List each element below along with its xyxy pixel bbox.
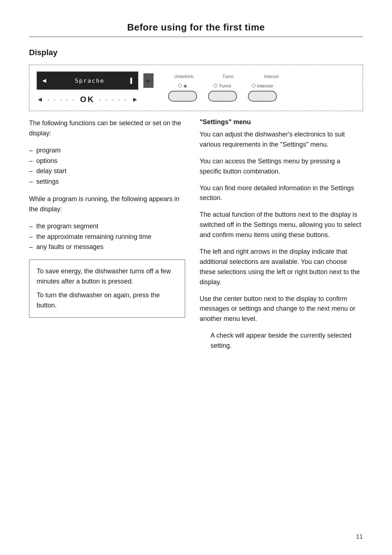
settings-para3: You can find more detailed information i… — [200, 183, 363, 204]
radio-label-3: Intensiv — [257, 83, 273, 89]
section-title: Display — [29, 48, 363, 57]
btn-label-3: Intensiv — [264, 74, 279, 79]
notice-box: To save energy, the dishwasher turns off… — [29, 260, 185, 318]
settings-para2: You can access the Settings menu by pres… — [200, 156, 363, 177]
ok-dashes-left: - - - - - — [48, 97, 76, 103]
page-number: 11 — [356, 533, 363, 540]
settings-para1: You can adjust the dishwasher's electron… — [200, 130, 363, 150]
list-item: settings — [29, 176, 185, 187]
radio-3 — [252, 84, 256, 87]
btn-group-2: Turno — [208, 83, 237, 102]
notice-line2: To turn the dishwasher on again, press t… — [37, 290, 177, 311]
ok-row: ◄ - - - - - OK - - - - - ► — [37, 95, 154, 104]
radio-1 — [178, 84, 182, 87]
screen-right-arrow: ► — [143, 73, 154, 88]
settings-para4: The actual function of the buttons next … — [200, 210, 363, 240]
pill-btn-2[interactable] — [208, 91, 237, 102]
radio-2 — [214, 84, 217, 87]
running-text: While a program is running, the followin… — [29, 194, 185, 215]
notice-line1: To save energy, the dishwasher turns off… — [37, 266, 177, 287]
screen-text: Sprache — [50, 77, 130, 84]
functions-list: program options delay start settings — [29, 145, 185, 187]
ok-right-arrow: ► — [132, 96, 138, 103]
pill-btn-1[interactable] — [168, 91, 197, 102]
list-item: the approximate remaining running time — [29, 232, 185, 242]
radio-label-2: Turno — [219, 83, 231, 89]
btn-label-1: Unterkörb. — [174, 74, 195, 79]
right-column: "Settings" menu You can adjust the dishw… — [200, 118, 363, 358]
left-column: The following functions can be selected … — [29, 118, 185, 358]
ok-label: OK — [80, 95, 95, 104]
btn-label-2: Turno — [222, 74, 234, 79]
intro-text: The following functions can be selected … — [29, 118, 185, 139]
btn-group-1: ◈ — [168, 83, 197, 102]
display-diagram: ◄ Sprache ▌ ► ◄ - - - - - OK - - - - - ►… — [29, 65, 363, 111]
screen-cursor: ▌ — [130, 78, 134, 83]
display-screen: ◄ Sprache ▌ — [37, 72, 138, 90]
running-list: the program segment the approximate rema… — [29, 221, 185, 252]
btn-group-3: Intensiv — [248, 83, 277, 102]
ok-dashes-right: - - - - - — [99, 97, 127, 103]
main-content: The following functions can be selected … — [29, 118, 363, 358]
page-title: Before using for the first time — [29, 22, 363, 33]
pill-btn-3[interactable] — [248, 91, 277, 102]
list-item: options — [29, 156, 185, 166]
radio-icon-1: ◈ — [183, 83, 187, 89]
list-item: any faults or messages — [29, 242, 185, 252]
settings-para6: Use the center button next to the displa… — [200, 294, 363, 325]
list-item: delay start — [29, 166, 185, 176]
settings-heading: "Settings" menu — [200, 118, 363, 126]
buttons-panel: Unterkörb. Turno Intensiv ◈ — [164, 74, 355, 102]
header-divider — [29, 37, 363, 37]
settings-para7: A check will appear beside the currently… — [200, 331, 363, 351]
ok-left-arrow: ◄ — [37, 96, 43, 103]
list-item: program — [29, 145, 185, 156]
screen-left-arrow: ◄ — [41, 77, 48, 85]
settings-para5: The left and right arrows in the display… — [200, 247, 363, 287]
list-item: the program segment — [29, 221, 185, 232]
page-header: Before using for the first time — [29, 22, 363, 33]
screen-area: ◄ Sprache ▌ ► ◄ - - - - - OK - - - - - ► — [37, 72, 154, 104]
